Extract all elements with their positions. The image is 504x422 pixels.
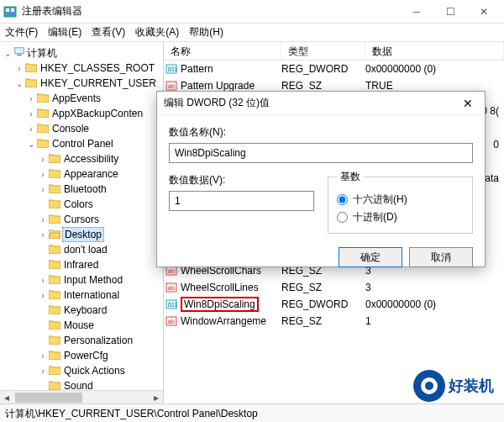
svg-rect-1	[6, 8, 9, 12]
expand-icon[interactable]: ›	[37, 170, 49, 179]
radio-hex-input[interactable]	[337, 194, 348, 205]
watermark: 好装机	[413, 370, 494, 402]
tree-item[interactable]: Keyboard	[62, 303, 108, 317]
expand-icon[interactable]: ›	[37, 291, 49, 300]
menu-view[interactable]: 查看(V)	[92, 25, 125, 40]
tree-item[interactable]: Cursors	[62, 213, 101, 226]
tree-item[interactable]: AppXBackupConten	[50, 107, 144, 120]
folder-icon	[49, 153, 62, 165]
close-button[interactable]: ✕	[467, 0, 501, 24]
value-type: REG_SZ	[281, 80, 365, 92]
folder-icon	[49, 304, 62, 316]
tree-item[interactable]: Personalization	[62, 334, 134, 347]
menu-help[interactable]: 帮助(H)	[189, 25, 223, 40]
scroll-left-icon[interactable]: ◂	[0, 392, 13, 404]
folder-icon	[49, 365, 62, 377]
watermark-logo-icon	[413, 370, 445, 402]
value-data-label: 数值数据(V):	[169, 173, 314, 187]
expand-icon[interactable]: ›	[37, 155, 49, 164]
expand-icon[interactable]: ›	[37, 276, 49, 285]
value-data: 1	[365, 315, 504, 327]
expand-icon[interactable]: ⌄	[13, 79, 25, 88]
cancel-button[interactable]: 取消	[409, 247, 473, 267]
svg-text:ab: ab	[168, 83, 175, 89]
base-fieldset: 基数 十六进制(H) 十进制(D)	[328, 170, 473, 234]
tree-item[interactable]: Quick Actions	[62, 364, 127, 377]
expand-icon[interactable]: ›	[25, 124, 37, 134]
expand-icon[interactable]: ›	[13, 64, 25, 73]
folder-icon	[49, 244, 62, 256]
maximize-button[interactable]: ☐	[433, 0, 467, 24]
folder-icon	[49, 289, 62, 301]
tree-item[interactable]: Control Panel	[50, 137, 115, 150]
expand-icon[interactable]: ⌄	[25, 140, 37, 149]
computer-icon	[13, 46, 25, 61]
edit-dword-dialog: 编辑 DWORD (32 位)值 ✕ 数值名称(N): 数值数据(V): 基数 …	[156, 91, 486, 267]
expand-icon[interactable]: ›	[37, 351, 49, 361]
expand-icon[interactable]: ›	[37, 215, 49, 224]
tree-item[interactable]: Appearance	[62, 167, 120, 181]
folder-icon	[37, 138, 50, 150]
radio-dec[interactable]: 十进制(D)	[337, 210, 464, 224]
value-type: REG_DWORD	[281, 63, 365, 75]
tree-hkcu[interactable]: HKEY_CURRENT_USER	[39, 76, 158, 90]
menu-edit[interactable]: 编辑(E)	[48, 25, 81, 40]
menu-file[interactable]: 文件(F)	[5, 25, 38, 40]
tree-item[interactable]: Input Method	[62, 273, 124, 287]
tree-hscrollbar[interactable]: ◂ ▸	[0, 390, 163, 404]
tree-item[interactable]: PowerCfg	[62, 349, 110, 362]
tree-item[interactable]: Colors	[62, 198, 95, 211]
tree-item[interactable]: Console	[50, 122, 91, 135]
col-data[interactable]: 数据	[365, 42, 504, 60]
tree-hkcr[interactable]: HKEY_CLASSES_ROOT	[39, 61, 156, 75]
expand-icon[interactable]: ›	[37, 230, 49, 240]
scroll-thumb[interactable]	[15, 393, 82, 403]
tree-item[interactable]: Accessibility	[62, 152, 120, 166]
radio-dec-input[interactable]	[337, 212, 348, 223]
svg-text:ab: ab	[168, 285, 175, 291]
list-row[interactable]: ab WindowArrangeme REG_SZ 1	[164, 313, 504, 330]
svg-rect-2	[11, 8, 14, 12]
list-row[interactable]: ab WheelScrollLines REG_SZ 3	[164, 279, 504, 296]
folder-icon	[37, 108, 50, 119]
tree-root[interactable]: 计算机	[25, 45, 59, 61]
value-type: REG_SZ	[281, 315, 365, 327]
folder-icon	[49, 168, 62, 180]
value-data: 0x00000000 (0)	[365, 298, 504, 310]
radio-hex[interactable]: 十六进制(H)	[337, 193, 464, 207]
menu-favorites[interactable]: 收藏夹(A)	[135, 25, 179, 40]
expand-icon[interactable]: ›	[25, 94, 37, 103]
value-data-input[interactable]	[169, 191, 314, 211]
dword-icon: 011	[164, 298, 179, 310]
tree-item[interactable]: Mouse	[62, 319, 96, 332]
list-row-highlighted[interactable]: 011 Win8DpiScaling REG_DWORD 0x00000000 …	[164, 296, 504, 313]
expand-icon[interactable]: ›	[37, 367, 49, 376]
sz-icon: ab	[164, 315, 179, 327]
list-row[interactable]: 011 Pattern REG_DWORD 0x00000000 (0)	[164, 61, 504, 77]
tree-item[interactable]: AppEvents	[50, 92, 102, 105]
col-type[interactable]: 类型	[281, 42, 365, 60]
tree-item[interactable]: Infrared	[62, 258, 100, 272]
folder-icon	[49, 183, 62, 195]
minimize-button[interactable]: ─	[400, 0, 433, 24]
app-icon	[3, 5, 17, 18]
scroll-right-icon[interactable]: ▸	[150, 392, 163, 404]
tree-item[interactable]: International	[62, 288, 121, 302]
tree-item[interactable]: Bluetooth	[62, 182, 108, 196]
expand-icon[interactable]: ›	[37, 185, 49, 194]
ok-button[interactable]: 确定	[339, 247, 402, 267]
tree-item-desktop[interactable]: Desktop	[62, 227, 104, 242]
value-name: Pattern Upgrade	[179, 80, 281, 92]
folder-icon	[25, 77, 39, 89]
value-type: REG_SZ	[281, 282, 365, 293]
col-name[interactable]: 名称	[164, 42, 281, 60]
tree-panel: ⌄ 计算机 ›HKEY_CLASSES_ROOT ⌄HKEY_CURRENT_U…	[0, 42, 164, 404]
tree-item[interactable]: don't load	[62, 243, 109, 256]
value-name-input[interactable]	[169, 143, 473, 163]
expand-icon[interactable]: ⌄	[2, 49, 13, 58]
expand-icon[interactable]: ›	[25, 109, 37, 119]
value-data: 0x00000000 (0)	[365, 63, 504, 75]
value-data: TRUE	[365, 80, 504, 92]
folder-icon	[49, 198, 62, 210]
dialog-close-button[interactable]: ✕	[458, 97, 478, 110]
